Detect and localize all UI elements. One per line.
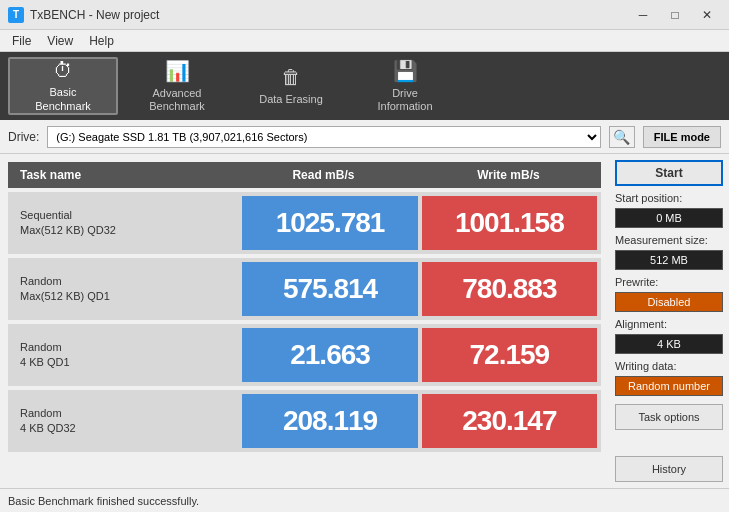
menu-bar: File View Help (0, 30, 729, 52)
row-read-random-4k-qd1: 21.663 (242, 328, 417, 382)
bench-row-random-512: RandomMax(512 KB) QD1 575.814 780.883 (8, 258, 601, 320)
bench-row-sequential: SequentialMax(512 KB) QD32 1025.781 1001… (8, 192, 601, 254)
header-task-name: Task name (8, 162, 231, 188)
row-write-random-4k-qd32: 230.147 (422, 394, 597, 448)
read-value-random-512: 575.814 (283, 273, 377, 305)
bench-header: Task name Read mB/s Write mB/s (8, 162, 601, 188)
file-mode-button[interactable]: FILE mode (643, 126, 721, 148)
row-write-sequential: 1001.158 (422, 196, 597, 250)
close-button[interactable]: ✕ (693, 5, 721, 25)
maximize-button[interactable]: □ (661, 5, 689, 25)
write-value-random-512: 780.883 (462, 273, 556, 305)
writing-data-label: Writing data: (615, 360, 723, 372)
toolbar-advanced-benchmark[interactable]: 📊 Advanced Benchmark (122, 57, 232, 115)
header-write: Write mB/s (416, 162, 601, 188)
drive-select[interactable]: (G:) Seagate SSD 1.81 TB (3,907,021,616 … (47, 126, 600, 148)
status-bar: Basic Benchmark finished successfully. (0, 488, 729, 512)
measurement-size-label: Measurement size: (615, 234, 723, 246)
row-label-random-4k-qd1: Random4 KB QD1 (8, 332, 242, 379)
toolbar: ⏱ Basic Benchmark 📊 Advanced Benchmark 🗑… (0, 52, 729, 120)
drive-information-label: Drive Information (377, 87, 432, 113)
menu-help[interactable]: Help (81, 32, 122, 50)
advanced-benchmark-icon: 📊 (165, 59, 190, 83)
drive-refresh-button[interactable]: 🔍 (609, 126, 635, 148)
title-bar: T TxBENCH - New project ─ □ ✕ (0, 0, 729, 30)
window-controls: ─ □ ✕ (629, 5, 721, 25)
benchmark-area: Task name Read mB/s Write mB/s Sequentia… (0, 154, 609, 488)
header-read: Read mB/s (231, 162, 416, 188)
read-value-sequential: 1025.781 (276, 207, 385, 239)
minimize-button[interactable]: ─ (629, 5, 657, 25)
row-label-sequential: SequentialMax(512 KB) QD32 (8, 200, 242, 247)
basic-benchmark-label: Basic Benchmark (35, 86, 91, 112)
row-label-random-512: RandomMax(512 KB) QD1 (8, 266, 242, 313)
start-position-label: Start position: (615, 192, 723, 204)
history-button[interactable]: History (615, 456, 723, 482)
prewrite-label: Prewrite: (615, 276, 723, 288)
alignment-label: Alignment: (615, 318, 723, 330)
prewrite-value: Disabled (615, 292, 723, 312)
row-write-random-512: 780.883 (422, 262, 597, 316)
measurement-size-value: 512 MB (615, 250, 723, 270)
basic-benchmark-icon: ⏱ (53, 59, 73, 82)
window-title: TxBENCH - New project (30, 8, 629, 22)
writing-data-value: Random number (615, 376, 723, 396)
row-read-sequential: 1025.781 (242, 196, 417, 250)
main-area: Task name Read mB/s Write mB/s Sequentia… (0, 154, 729, 488)
data-erasing-icon: 🗑 (281, 66, 301, 89)
data-erasing-label: Data Erasing (259, 93, 323, 106)
write-value-sequential: 1001.158 (455, 207, 564, 239)
row-read-random-512: 575.814 (242, 262, 417, 316)
drive-label: Drive: (8, 130, 39, 144)
toolbar-basic-benchmark[interactable]: ⏱ Basic Benchmark (8, 57, 118, 115)
start-position-value: 0 MB (615, 208, 723, 228)
menu-view[interactable]: View (39, 32, 81, 50)
bench-row-random-4k-qd32: Random4 KB QD32 208.119 230.147 (8, 390, 601, 452)
app-icon: T (8, 7, 24, 23)
write-value-random-4k-qd32: 230.147 (462, 405, 556, 437)
toolbar-drive-information[interactable]: 💾 Drive Information (350, 57, 460, 115)
row-write-random-4k-qd1: 72.159 (422, 328, 597, 382)
task-options-button[interactable]: Task options (615, 404, 723, 430)
read-value-random-4k-qd32: 208.119 (283, 405, 377, 437)
start-button[interactable]: Start (615, 160, 723, 186)
read-value-random-4k-qd1: 21.663 (290, 339, 370, 371)
write-value-random-4k-qd1: 72.159 (470, 339, 550, 371)
alignment-value: 4 KB (615, 334, 723, 354)
row-label-random-4k-qd32: Random4 KB QD32 (8, 398, 242, 445)
status-text: Basic Benchmark finished successfully. (8, 495, 199, 507)
right-panel: Start Start position: 0 MB Measurement s… (609, 154, 729, 488)
toolbar-data-erasing[interactable]: 🗑 Data Erasing (236, 57, 346, 115)
drive-bar: Drive: (G:) Seagate SSD 1.81 TB (3,907,0… (0, 120, 729, 154)
advanced-benchmark-label: Advanced Benchmark (149, 87, 205, 113)
drive-information-icon: 💾 (393, 59, 418, 83)
row-read-random-4k-qd32: 208.119 (242, 394, 417, 448)
menu-file[interactable]: File (4, 32, 39, 50)
bench-row-random-4k-qd1: Random4 KB QD1 21.663 72.159 (8, 324, 601, 386)
